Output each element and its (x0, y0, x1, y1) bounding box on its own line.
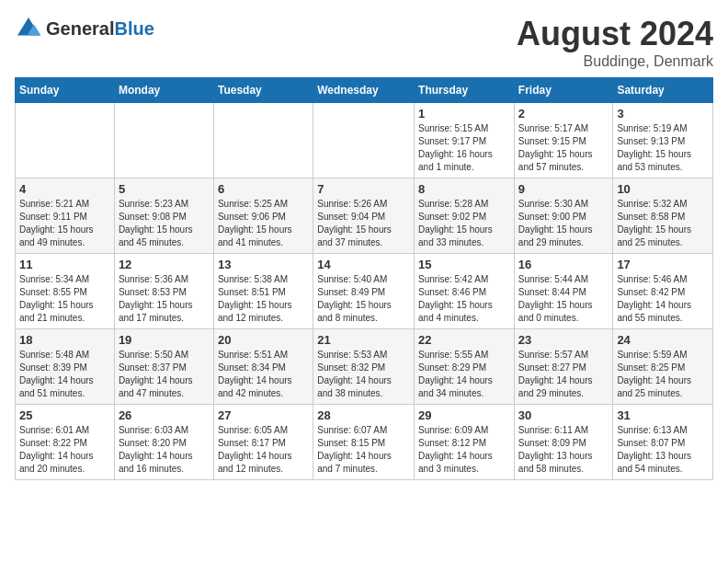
day-info: Sunrise: 5:21 AMSunset: 9:11 PMDaylight:… (19, 198, 110, 249)
calendar-cell: 10Sunrise: 5:32 AMSunset: 8:58 PMDayligh… (613, 178, 713, 254)
calendar-cell: 23Sunrise: 5:57 AMSunset: 8:27 PMDayligh… (514, 329, 613, 405)
day-number: 17 (617, 258, 709, 271)
calendar-cell: 2Sunrise: 5:17 AMSunset: 9:15 PMDaylight… (514, 103, 613, 178)
day-number: 23 (518, 333, 609, 347)
day-number: 20 (218, 333, 309, 347)
calendar-cell: 6Sunrise: 5:25 AMSunset: 9:06 PMDaylight… (213, 178, 313, 254)
day-number: 19 (119, 333, 210, 347)
day-info: Sunrise: 5:26 AMSunset: 9:04 PMDaylight:… (317, 198, 410, 249)
day-number: 12 (119, 258, 210, 271)
day-number: 28 (317, 408, 410, 422)
calendar-day-header: Tuesday (213, 78, 313, 103)
calendar-day-header: Friday (514, 78, 613, 103)
day-info: Sunrise: 5:46 AMSunset: 8:42 PMDaylight:… (617, 273, 709, 325)
day-number: 9 (518, 182, 609, 196)
day-info: Sunrise: 5:34 AMSunset: 8:55 PMDaylight:… (19, 273, 110, 325)
day-info: Sunrise: 5:51 AMSunset: 8:34 PMDaylight:… (218, 349, 309, 400)
calendar-cell: 20Sunrise: 5:51 AMSunset: 8:34 PMDayligh… (213, 329, 313, 405)
day-number: 27 (218, 408, 309, 422)
logo: GeneralBlue (15, 15, 154, 42)
calendar-day-header: Saturday (613, 78, 713, 103)
calendar-cell: 26Sunrise: 6:03 AMSunset: 8:20 PMDayligh… (114, 405, 213, 480)
day-number: 18 (19, 333, 110, 347)
calendar-cell: 9Sunrise: 5:30 AMSunset: 9:00 PMDaylight… (514, 178, 613, 254)
calendar-week-row: 4Sunrise: 5:21 AMSunset: 9:11 PMDaylight… (16, 178, 713, 254)
day-info: Sunrise: 6:07 AMSunset: 8:15 PMDaylight:… (317, 424, 410, 476)
calendar-cell: 4Sunrise: 5:21 AMSunset: 9:11 PMDaylight… (16, 178, 115, 254)
calendar-cell: 14Sunrise: 5:40 AMSunset: 8:49 PMDayligh… (313, 254, 415, 329)
day-number: 30 (518, 408, 609, 422)
calendar-cell: 1Sunrise: 5:15 AMSunset: 9:17 PMDaylight… (415, 103, 515, 178)
day-number: 13 (218, 258, 309, 271)
calendar-cell: 19Sunrise: 5:50 AMSunset: 8:37 PMDayligh… (114, 329, 213, 405)
calendar-cell: 5Sunrise: 5:23 AMSunset: 9:08 PMDaylight… (114, 178, 213, 254)
day-number: 10 (617, 182, 709, 196)
day-number: 6 (218, 182, 309, 196)
day-info: Sunrise: 5:38 AMSunset: 8:51 PMDaylight:… (218, 273, 309, 325)
calendar-cell: 21Sunrise: 5:53 AMSunset: 8:32 PMDayligh… (313, 329, 415, 405)
day-number: 7 (317, 182, 410, 196)
day-info: Sunrise: 5:42 AMSunset: 8:46 PMDaylight:… (418, 273, 510, 325)
day-info: Sunrise: 5:36 AMSunset: 8:53 PMDaylight:… (119, 273, 210, 325)
calendar-cell: 24Sunrise: 5:59 AMSunset: 8:25 PMDayligh… (613, 329, 713, 405)
calendar-week-row: 1Sunrise: 5:15 AMSunset: 9:17 PMDaylight… (16, 103, 713, 178)
day-info: Sunrise: 6:05 AMSunset: 8:17 PMDaylight:… (218, 424, 309, 476)
calendar-day-header: Thursday (415, 78, 515, 103)
day-number: 16 (518, 258, 609, 271)
calendar-cell: 31Sunrise: 6:13 AMSunset: 8:07 PMDayligh… (613, 405, 713, 480)
day-info: Sunrise: 5:50 AMSunset: 8:37 PMDaylight:… (119, 349, 210, 400)
day-info: Sunrise: 5:32 AMSunset: 8:58 PMDaylight:… (617, 198, 709, 249)
day-number: 21 (317, 333, 410, 347)
day-info: Sunrise: 5:59 AMSunset: 8:25 PMDaylight:… (617, 349, 709, 400)
calendar-cell: 25Sunrise: 6:01 AMSunset: 8:22 PMDayligh… (16, 405, 115, 480)
calendar-week-row: 11Sunrise: 5:34 AMSunset: 8:55 PMDayligh… (16, 254, 713, 329)
calendar-day-header: Monday (114, 78, 213, 103)
calendar-cell: 28Sunrise: 6:07 AMSunset: 8:15 PMDayligh… (313, 405, 415, 480)
day-number: 1 (418, 107, 510, 121)
calendar-cell: 17Sunrise: 5:46 AMSunset: 8:42 PMDayligh… (613, 254, 713, 329)
day-info: Sunrise: 5:15 AMSunset: 9:17 PMDaylight:… (418, 122, 510, 174)
day-number: 15 (418, 258, 510, 271)
calendar-cell: 30Sunrise: 6:11 AMSunset: 8:09 PMDayligh… (514, 405, 613, 480)
day-info: Sunrise: 5:25 AMSunset: 9:06 PMDaylight:… (218, 198, 309, 249)
calendar-cell: 13Sunrise: 5:38 AMSunset: 8:51 PMDayligh… (213, 254, 313, 329)
calendar-cell: 16Sunrise: 5:44 AMSunset: 8:44 PMDayligh… (514, 254, 613, 329)
calendar-day-header: Sunday (16, 78, 115, 103)
calendar-day-header: Wednesday (313, 78, 415, 103)
day-number: 4 (19, 182, 110, 196)
calendar-week-row: 25Sunrise: 6:01 AMSunset: 8:22 PMDayligh… (16, 405, 713, 480)
day-info: Sunrise: 5:55 AMSunset: 8:29 PMDaylight:… (418, 349, 510, 400)
day-number: 5 (119, 182, 210, 196)
page-header: GeneralBlue August 2024 Buddinge, Denmar… (15, 15, 713, 70)
calendar-cell: 29Sunrise: 6:09 AMSunset: 8:12 PMDayligh… (415, 405, 515, 480)
day-number: 11 (19, 258, 110, 271)
calendar-cell: 15Sunrise: 5:42 AMSunset: 8:46 PMDayligh… (415, 254, 515, 329)
day-info: Sunrise: 6:11 AMSunset: 8:09 PMDaylight:… (518, 424, 609, 476)
day-number: 3 (617, 107, 709, 121)
calendar-cell (213, 103, 313, 178)
calendar-cell: 3Sunrise: 5:19 AMSunset: 9:13 PMDaylight… (613, 103, 713, 178)
calendar-cell: 18Sunrise: 5:48 AMSunset: 8:39 PMDayligh… (16, 329, 115, 405)
day-info: Sunrise: 5:19 AMSunset: 9:13 PMDaylight:… (617, 122, 709, 174)
calendar-cell: 27Sunrise: 6:05 AMSunset: 8:17 PMDayligh… (213, 405, 313, 480)
day-info: Sunrise: 5:53 AMSunset: 8:32 PMDaylight:… (317, 349, 410, 400)
day-info: Sunrise: 5:23 AMSunset: 9:08 PMDaylight:… (119, 198, 210, 249)
day-number: 22 (418, 333, 510, 347)
calendar-cell: 8Sunrise: 5:28 AMSunset: 9:02 PMDaylight… (415, 178, 515, 254)
calendar-cell: 11Sunrise: 5:34 AMSunset: 8:55 PMDayligh… (16, 254, 115, 329)
day-number: 2 (518, 107, 609, 121)
day-info: Sunrise: 5:57 AMSunset: 8:27 PMDaylight:… (518, 349, 609, 400)
day-number: 14 (317, 258, 410, 271)
logo-icon (15, 15, 42, 42)
calendar-cell (313, 103, 415, 178)
day-number: 31 (617, 408, 709, 422)
day-number: 29 (418, 408, 510, 422)
day-info: Sunrise: 5:17 AMSunset: 9:15 PMDaylight:… (518, 122, 609, 174)
day-info: Sunrise: 6:03 AMSunset: 8:20 PMDaylight:… (119, 424, 210, 476)
calendar-week-row: 18Sunrise: 5:48 AMSunset: 8:39 PMDayligh… (16, 329, 713, 405)
logo-text: GeneralBlue (46, 18, 154, 40)
day-info: Sunrise: 5:28 AMSunset: 9:02 PMDaylight:… (418, 198, 510, 249)
day-info: Sunrise: 6:01 AMSunset: 8:22 PMDaylight:… (19, 424, 110, 476)
day-info: Sunrise: 5:48 AMSunset: 8:39 PMDaylight:… (19, 349, 110, 400)
day-info: Sunrise: 5:40 AMSunset: 8:49 PMDaylight:… (317, 273, 410, 325)
